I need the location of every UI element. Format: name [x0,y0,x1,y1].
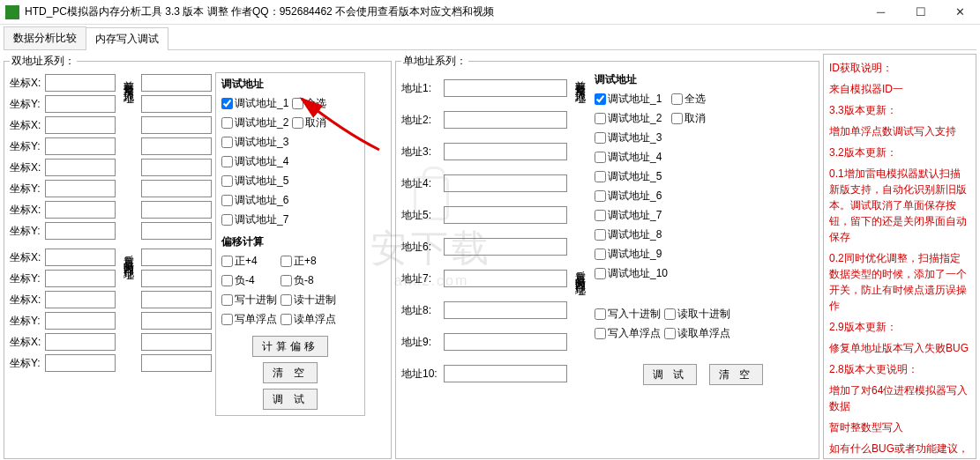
s-debug-7[interactable]: 调试地址_7 [595,205,668,225]
offset-neg8[interactable]: 负-8 [281,271,336,290]
s-debug-10[interactable]: 调试地址_10 [595,263,668,283]
info-line: 0.1增加雷电模拟器默认扫描新版支持，自动化识别新旧版本。调试取消了单面保存按钮… [829,166,970,245]
coord-input[interactable] [45,249,116,266]
coord-input[interactable] [45,159,116,176]
single-debug-title: 调试地址 [595,72,812,87]
coord-label: 坐标Y: [10,224,45,239]
info-panel: ID获取说明： 来自模拟器ID一 3.3版本更新： 增加单浮点数调试写入支持 3… [823,54,976,459]
s-debug-6[interactable]: 调试地址_6 [595,186,668,205]
coord-input-right[interactable] [141,333,212,351]
s-write-float[interactable]: 写入单浮点 [595,323,661,343]
coord-input[interactable] [45,354,116,372]
read-float[interactable]: 读单浮点 [281,309,336,329]
coord-input-right[interactable] [141,116,212,134]
calc-offset-button[interactable]: 计算偏移 [252,336,328,357]
coord-input[interactable] [45,137,116,155]
coord-input[interactable] [45,222,116,240]
coord-input-right[interactable] [141,291,212,308]
s-read-float[interactable]: 读取单浮点 [664,323,730,343]
coord-input-right[interactable] [141,180,212,197]
debug-check-5[interactable]: 调试地址_5 [221,171,288,190]
tab-memory-write-debug[interactable]: 内存写入调试 [86,27,168,50]
coord-input[interactable] [45,95,116,113]
s-debug-3[interactable]: 调试地址_3 [595,128,668,147]
coord-input[interactable] [45,291,116,308]
coord-label: 坐标X: [10,76,45,91]
coord-label: 坐标X: [10,118,45,133]
read-dec[interactable]: 读十进制 [281,290,336,309]
addr-input[interactable] [444,79,567,97]
info-line: 0.2同时优化调整，扫描指定数据类型的时候，添加了一个开关，防止有时候点遗历误操… [829,250,970,314]
coord-input-right[interactable] [141,222,212,240]
debug-check-6[interactable]: 调试地址_6 [221,190,288,210]
coord-label: 坐标Y: [10,139,45,154]
coord-input-right[interactable] [141,159,212,176]
coord-input-right[interactable] [141,249,212,266]
debug-button-single[interactable]: 调 试 [643,364,697,385]
coord-input[interactable] [45,180,116,197]
coord-input-right[interactable] [141,137,212,155]
cancel-check[interactable]: 取消 [292,113,326,132]
s-read-dec[interactable]: 读取十进制 [664,304,730,323]
info-line: 暂时整数型写入 [829,419,970,435]
coord-input[interactable] [45,74,116,92]
s-cancel[interactable]: 取消 [671,108,706,128]
dual-legend: 双地址系列： [10,54,77,69]
clear-button-dual[interactable]: 清 空 [263,362,317,383]
addr-input[interactable] [444,365,567,382]
info-line: 2.8版本大更说明： [829,361,970,377]
debug-check-3[interactable]: 调试地址_3 [221,132,288,152]
debug-check-1[interactable]: 调试地址_1 [221,93,288,113]
coord-input-right[interactable] [141,312,212,330]
s-select-all[interactable]: 全选 [671,89,706,108]
coord-input[interactable] [45,270,116,287]
offset-pos8[interactable]: 正+8 [281,251,336,271]
coord-input-right[interactable] [141,95,212,113]
coord-input-right[interactable] [141,74,212,92]
coord-input-right[interactable] [141,354,212,372]
maximize-button[interactable]: ☐ [901,0,940,25]
debug-check-2[interactable]: 调试地址_2 [221,113,288,132]
s-debug-4[interactable]: 调试地址_4 [595,147,668,167]
debug-button-dual[interactable]: 调 试 [263,389,317,410]
addr-input[interactable] [444,143,567,160]
addr-input[interactable] [444,301,567,319]
select-all-check[interactable]: 全选 [292,93,326,113]
s-debug-1[interactable]: 调试地址_1 [595,89,668,108]
addr-input[interactable] [444,270,567,287]
tab-data-compare[interactable]: 数据分析比较 [4,26,86,49]
s-debug-9[interactable]: 调试地址_9 [595,244,668,263]
addr-input[interactable] [444,333,567,351]
offset-neg4[interactable]: 负-4 [221,271,277,290]
coord-input[interactable] [45,312,116,330]
write-float[interactable]: 写单浮点 [221,309,277,329]
info-line: 2.9版本更新： [829,319,970,335]
offset-pos4[interactable]: 正+4 [221,251,277,271]
close-button[interactable]: ✕ [940,0,980,25]
s-debug-8[interactable]: 调试地址_8 [595,225,668,244]
single-debug-group: 调试地址 调试地址_1 调试地址_2 调试地址_3 调试地址_4 调试地址_5 … [593,72,813,390]
addr-label: 地址3: [401,145,444,160]
clear-button-single[interactable]: 清 空 [709,364,763,385]
s-debug-2[interactable]: 调试地址_2 [595,108,668,128]
addr-input[interactable] [444,174,567,192]
window-buttons: ─ ☐ ✕ [861,0,980,25]
coord-label: 坐标Y: [10,97,45,112]
addr-input[interactable] [444,111,567,129]
addr-input[interactable] [444,238,567,256]
s-debug-5[interactable]: 调试地址_5 [595,167,668,186]
single-front-vertical: 前置是预写入地址 [571,72,589,263]
coord-input-right[interactable] [141,270,212,287]
back-vertical-label: 后置是临时内存地址 [119,247,138,374]
debug-check-4[interactable]: 调试地址_4 [221,152,288,171]
coord-input[interactable] [45,333,116,351]
debug-check-7[interactable]: 调试地址_7 [221,210,288,229]
minimize-button[interactable]: ─ [861,0,901,25]
coord-input[interactable] [45,201,116,219]
write-dec[interactable]: 写十进制 [221,290,277,309]
coord-input[interactable] [45,116,116,134]
info-line: ID获取说明： [829,60,970,76]
coord-input-right[interactable] [141,201,212,219]
addr-input[interactable] [444,206,567,224]
s-write-dec[interactable]: 写入十进制 [595,304,661,323]
